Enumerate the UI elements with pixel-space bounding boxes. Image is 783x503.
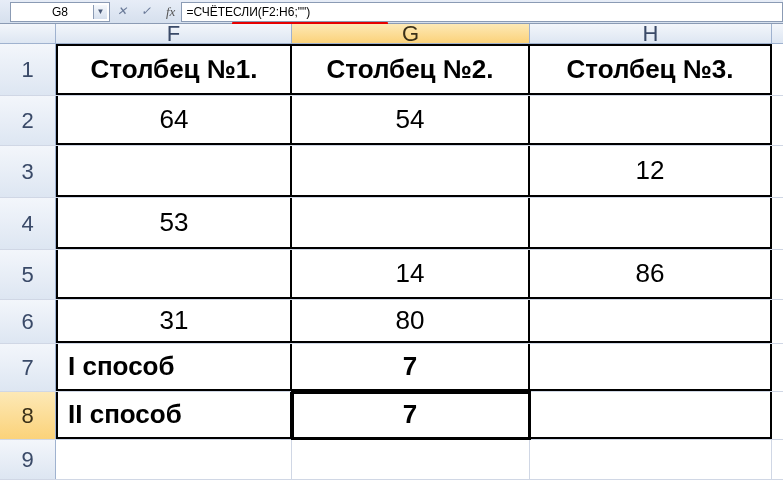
col-header-f[interactable]: F [56,24,292,43]
cell-g7[interactable]: 7 [292,344,530,391]
cell-g2[interactable]: 54 [292,96,530,145]
cell-f8[interactable]: II способ [56,392,292,439]
cell-h8[interactable] [530,392,772,439]
row-7: 7 I способ 7 [0,344,783,392]
cell-h3[interactable]: 12 [530,146,772,197]
cell-g1[interactable]: Столбец №2. [292,44,530,95]
row-header-6[interactable]: 6 [0,300,56,343]
cell-h5[interactable]: 86 [530,250,772,299]
cell-f4[interactable]: 53 [56,198,292,249]
row-header-3[interactable]: 3 [0,146,56,197]
cell-f9[interactable] [56,440,292,479]
cell-g9[interactable] [292,440,530,479]
row-3: 3 12 [0,146,783,198]
fx-icon[interactable]: fx [166,4,175,20]
formula-input[interactable]: =СЧЁТЕСЛИ(F2:H6;"") [181,2,783,22]
cell-g4[interactable] [292,198,530,249]
row-9: 9 [0,440,783,480]
col-header-h[interactable]: H [530,24,772,43]
enter-icon[interactable]: ✓ [134,2,158,22]
row-6: 6 31 80 [0,300,783,344]
cancel-icon[interactable]: ✕ [110,2,134,22]
cell-f6[interactable]: 31 [56,300,292,343]
cell-f3[interactable] [56,146,292,197]
cell-f2[interactable]: 64 [56,96,292,145]
row-header-1[interactable]: 1 [0,44,56,95]
row-header-4[interactable]: 4 [0,198,56,249]
cell-h4[interactable] [530,198,772,249]
row-header-5[interactable]: 5 [0,250,56,299]
cell-g8[interactable]: 7 [292,392,530,439]
row-header-2[interactable]: 2 [0,96,56,145]
row-header-7[interactable]: 7 [0,344,56,391]
col-header-g[interactable]: G [292,24,530,43]
row-8: 8 II способ 7 [0,392,783,440]
row-2: 2 64 54 [0,96,783,146]
row-1: 1 Столбец №1. Столбец №2. Столбец №3. [0,44,783,96]
cell-h7[interactable] [530,344,772,391]
cell-h6[interactable] [530,300,772,343]
cell-h2[interactable] [530,96,772,145]
cell-g6[interactable]: 80 [292,300,530,343]
cell-f1[interactable]: Столбец №1. [56,44,292,95]
column-headers: F G H [0,24,783,44]
row-header-9[interactable]: 9 [0,440,56,479]
name-box[interactable]: G8 ▼ [10,2,110,22]
cell-h9[interactable] [530,440,772,479]
cell-f7[interactable]: I способ [56,344,292,391]
formula-text: =СЧЁТЕСЛИ(F2:H6;"") [186,5,310,19]
cell-f5[interactable] [56,250,292,299]
cell-reference: G8 [52,5,68,19]
name-box-dropdown-icon[interactable]: ▼ [93,5,107,19]
row-4: 4 53 [0,198,783,250]
cell-g3[interactable] [292,146,530,197]
spreadsheet: F G H 1 Столбец №1. Столбец №2. Столбец … [0,24,783,503]
cell-h1[interactable]: Столбец №3. [530,44,772,95]
row-header-8[interactable]: 8 [0,392,56,439]
select-all-corner[interactable] [0,24,56,43]
row-5: 5 14 86 [0,250,783,300]
cell-g5[interactable]: 14 [292,250,530,299]
formula-bar: G8 ▼ ✕ ✓ fx =СЧЁТЕСЛИ(F2:H6;"") [0,0,783,24]
